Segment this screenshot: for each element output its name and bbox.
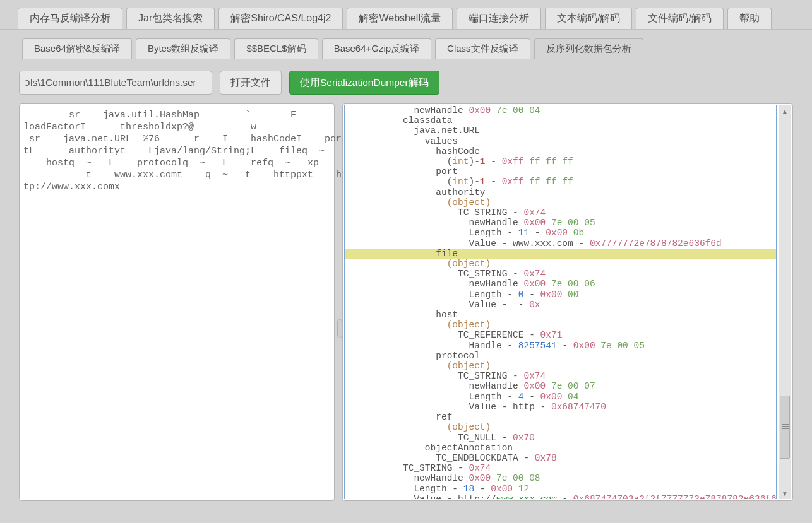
action-bar: 打开文件 使用SerializationDumper解码 bbox=[0, 59, 812, 95]
scroll-thumb[interactable] bbox=[780, 396, 790, 459]
subtab-base64-decompile[interactable]: Base64解密&反编译 bbox=[22, 38, 132, 59]
tab-jar-class-search[interactable]: Jar包类名搜索 bbox=[126, 8, 215, 29]
parsed-output-code: newHandle 0x00 7e 00 04 classdata java.n… bbox=[345, 105, 776, 499]
main-tabstrip: 内存马反编译分析 Jar包类名搜索 解密Shiro/CAS/Log4j2 解密W… bbox=[0, 0, 812, 30]
panel-splitter[interactable] bbox=[337, 319, 342, 338]
raw-stream-panel[interactable]: sr java.util.HashMap ` F loadFactorI thr… bbox=[19, 103, 335, 501]
sub-tabstrip: Base64解密&反编译 Bytes数组反编译 $$BECL$解码 Base64… bbox=[0, 30, 812, 59]
decode-serialization-dumper-button[interactable]: 使用SerializationDumper解码 bbox=[289, 71, 439, 95]
tab-help[interactable]: 帮助 bbox=[727, 8, 772, 29]
subtab-deserialization-analysis[interactable]: 反序列化数据包分析 bbox=[534, 38, 643, 59]
tab-decrypt-shiro[interactable]: 解密Shiro/CAS/Log4j2 bbox=[218, 8, 343, 29]
tab-file-encoding[interactable]: 文件编码/解码 bbox=[636, 8, 723, 29]
subtab-becl-decode[interactable]: $$BECL$解码 bbox=[234, 38, 318, 59]
tab-port-analysis[interactable]: 端口连接分析 bbox=[457, 8, 541, 29]
tab-mem-horse[interactable]: 内存马反编译分析 bbox=[18, 8, 122, 29]
raw-stream-text: sr java.util.HashMap ` F loadFactorI thr… bbox=[20, 104, 334, 198]
parsed-output-panel[interactable]: newHandle 0x00 7e 00 04 classdata java.n… bbox=[342, 103, 793, 501]
scroll-down-icon[interactable]: ▼ bbox=[779, 488, 791, 499]
file-path-input[interactable] bbox=[19, 71, 212, 95]
vertical-scrollbar[interactable]: ▲ ▼ bbox=[779, 105, 791, 499]
subtab-class-decompile[interactable]: Class文件反编译 bbox=[435, 38, 530, 59]
tab-decrypt-webshell[interactable]: 解密Webshell流量 bbox=[347, 8, 453, 29]
open-file-button[interactable]: 打开文件 bbox=[220, 71, 282, 95]
subtab-bytes-array-decompile[interactable]: Bytes数组反编译 bbox=[136, 38, 231, 59]
panels: sr java.util.HashMap ` F loadFactorI thr… bbox=[0, 95, 812, 501]
subtab-base64-gzip[interactable]: Base64+Gzip反编译 bbox=[322, 38, 431, 59]
tab-text-encoding[interactable]: 文本编码/解码 bbox=[545, 8, 632, 29]
scroll-up-icon[interactable]: ▲ bbox=[779, 105, 791, 117]
